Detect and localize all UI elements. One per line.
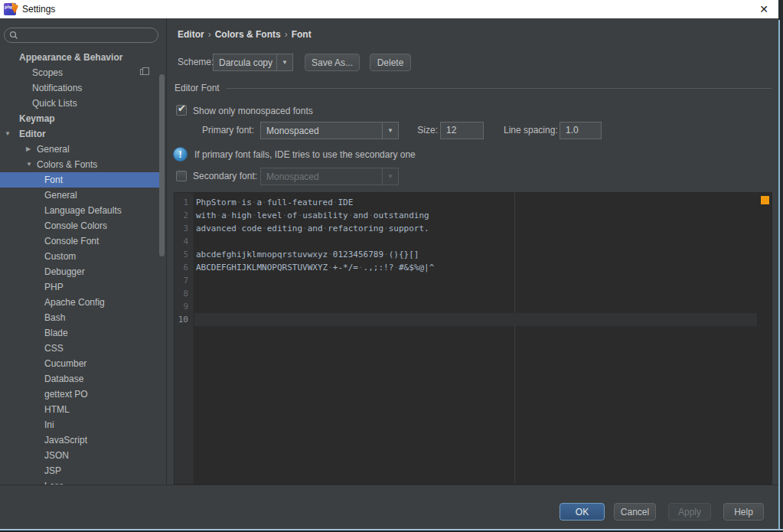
dialog-button-bar: OK Cancel Apply Help xyxy=(0,485,778,529)
expand-arrow-icon[interactable]: ▶ xyxy=(26,142,31,157)
editor-code-area[interactable]: PhpStorm·is·a·full-featured·IDEwith·a·hi… xyxy=(194,193,757,484)
sidebar-item-custom[interactable]: Custom xyxy=(0,249,167,264)
show-monospaced-checkbox[interactable] xyxy=(176,105,187,116)
scheme-combobox[interactable]: Darcula copy ▼ xyxy=(213,54,293,71)
whitespace-dot: · xyxy=(262,224,267,233)
sidebar-item-ini[interactable]: Ini xyxy=(0,417,167,432)
primary-font-label: Primary font: xyxy=(170,122,254,139)
editor-error-stripe[interactable] xyxy=(757,193,772,484)
whitespace-dot: · xyxy=(328,263,333,273)
sidebar-item-bash[interactable]: Bash xyxy=(0,310,167,325)
collapse-arrow-icon[interactable]: ▼ xyxy=(5,126,11,142)
sidebar-item-label: JSP xyxy=(44,465,61,476)
sidebar-item-keymap[interactable]: Keymap xyxy=(0,111,167,126)
sidebar-item-label: Ini xyxy=(44,419,54,430)
collapse-arrow-icon[interactable]: ▼ xyxy=(26,157,32,172)
primary-font-combobox[interactable]: Monospaced ▼ xyxy=(260,122,399,139)
size-field[interactable]: 12 xyxy=(440,122,484,139)
font-preview-editor[interactable]: 12345678910 PhpStorm·is·a·full-featured·… xyxy=(175,193,772,484)
whitespace-dot: · xyxy=(333,197,338,207)
scheme-label: Scheme: xyxy=(178,54,214,71)
sidebar-item-database[interactable]: Database xyxy=(0,371,167,387)
sidebar-item-jsp[interactable]: JSP xyxy=(0,463,167,478)
sidebar-item-label: Quick Lists xyxy=(32,98,77,109)
whitespace-dot: · xyxy=(393,263,399,273)
sidebar-item-notifications[interactable]: Notifications xyxy=(0,80,167,96)
line-number: 4 xyxy=(175,235,193,248)
sidebar-item-gettext-po[interactable]: gettext PO xyxy=(0,387,167,402)
sidebar-scrollbar-thumb[interactable] xyxy=(159,74,165,256)
sidebar-item-appearance-behavior[interactable]: Appearance & Behavior xyxy=(0,50,167,65)
sidebar-item-json[interactable]: JSON xyxy=(0,448,167,463)
whitespace-dot: · xyxy=(252,211,257,220)
sidebar-item-debugger[interactable]: Debugger xyxy=(0,264,167,279)
breadcrumb-part[interactable]: Colors & Fonts xyxy=(215,29,281,40)
settings-search-box[interactable] xyxy=(4,28,158,43)
sidebar-item-language-defaults[interactable]: Language Defaults xyxy=(0,203,167,218)
whitespace-dot: · xyxy=(302,224,308,233)
whitespace-dot: · xyxy=(383,224,389,233)
sidebar-item-console-font[interactable]: Console Font xyxy=(0,233,167,249)
breadcrumb-part[interactable]: Editor xyxy=(178,29,204,40)
sidebar-item-label: HTML xyxy=(44,404,70,415)
close-icon[interactable]: ✕ xyxy=(757,2,771,16)
sidebar-item-label: Bash xyxy=(44,312,65,323)
dropdown-arrow-icon[interactable]: ▼ xyxy=(276,54,292,70)
line-number: 7 xyxy=(175,274,193,287)
search-input[interactable] xyxy=(18,30,141,41)
section-title: Editor Font xyxy=(175,83,220,93)
sidebar-item-colors-fonts[interactable]: ▼Colors & Fonts xyxy=(0,157,167,172)
help-button[interactable]: Help xyxy=(723,503,764,521)
code-line xyxy=(194,313,757,326)
whitespace-dot: · xyxy=(217,211,222,220)
secondary-font-combobox: Monospaced ▼ xyxy=(260,168,399,185)
sidebar-item-label: Keymap xyxy=(19,113,55,124)
sidebar-item-scopes[interactable]: Scopes xyxy=(0,65,167,80)
warning-stripe-marker[interactable] xyxy=(761,196,769,204)
editor-gutter: 12345678910 xyxy=(175,193,194,484)
whitespace-dot: · xyxy=(328,250,333,259)
code-line: PhpStorm·is·a·full-featured·IDE xyxy=(194,196,757,209)
info-balloon-icon: ! xyxy=(173,147,188,162)
shared-scopes-icon xyxy=(140,69,145,75)
sidebar-item-label: Blade xyxy=(44,328,68,338)
whitespace-dot: · xyxy=(348,211,354,220)
secondary-font-checkbox[interactable] xyxy=(176,171,187,181)
line-number: 6 xyxy=(175,261,193,274)
sidebar-item-html[interactable]: HTML xyxy=(0,402,167,417)
sidebar-item-quick-lists[interactable]: Quick Lists xyxy=(0,96,167,111)
sidebar-item-console-colors[interactable]: Console Colors xyxy=(0,218,167,233)
line-spacing-label: Line spacing: xyxy=(504,122,558,139)
ok-button[interactable]: OK xyxy=(560,503,605,521)
sidebar-item-general[interactable]: ▶General xyxy=(0,142,167,157)
line-spacing-field[interactable]: 1.0 xyxy=(560,122,602,139)
info-text: If primary font fails, IDE tries to use … xyxy=(194,147,416,162)
sidebar-item-label: Console Font xyxy=(44,236,99,246)
sidebar-item-editor[interactable]: ▼Editor xyxy=(0,126,167,142)
line-number: 2 xyxy=(175,209,193,222)
sidebar-item-php[interactable]: PHP xyxy=(0,279,167,295)
line-number: 1 xyxy=(175,196,193,209)
sidebar-item-label: Cucumber xyxy=(44,358,86,369)
sidebar-item-less[interactable]: Less xyxy=(0,478,167,485)
sidebar-item-font[interactable]: Font xyxy=(0,172,159,188)
save-as-button[interactable]: Save As... xyxy=(305,54,360,71)
sidebar-item-label: gettext PO xyxy=(44,389,88,400)
sidebar-item-javascript[interactable]: JavaScript xyxy=(0,432,167,448)
dropdown-arrow-icon[interactable]: ▼ xyxy=(382,122,398,139)
whitespace-dot: · xyxy=(262,197,267,207)
sidebar-item-blade[interactable]: Blade xyxy=(0,325,167,341)
sidebar-item-cucumber[interactable]: Cucumber xyxy=(0,356,167,371)
settings-content: Editor›Colors & Fonts›Font Scheme: Darcu… xyxy=(167,18,778,485)
sidebar-item-apache-config[interactable]: Apache Config xyxy=(0,295,167,310)
sidebar-item-label: Editor xyxy=(19,129,46,139)
sidebar-item-general[interactable]: General xyxy=(0,188,167,203)
primary-font-value: Monospaced xyxy=(261,126,382,136)
code-line: ABCDEFGHIJKLMNOPQRSTUVWXYZ·+-*/=·.,;:!?·… xyxy=(194,261,757,274)
delete-button[interactable]: Delete xyxy=(370,54,411,71)
sidebar-item-label: Debugger xyxy=(44,266,85,277)
sidebar-item-css[interactable]: CSS xyxy=(0,341,167,356)
window-title: Settings xyxy=(22,4,55,15)
sidebar-item-label: Scopes xyxy=(32,67,63,78)
cancel-button[interactable]: Cancel xyxy=(614,503,656,521)
